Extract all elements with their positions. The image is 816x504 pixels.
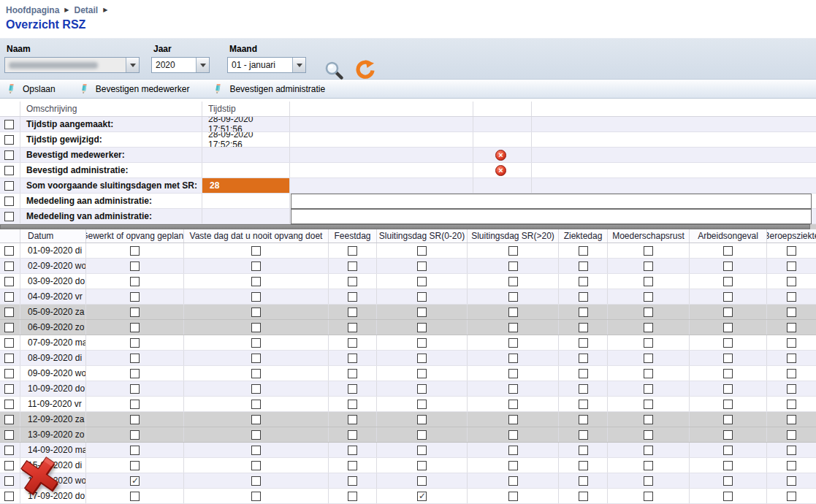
day-checkbox[interactable] [723,246,733,256]
day-checkbox[interactable] [644,430,653,440]
day-checkbox[interactable] [723,415,733,424]
day-checkbox[interactable] [130,261,140,271]
row-select-checkbox[interactable] [4,166,14,175]
day-checkbox[interactable] [348,277,357,286]
day-checkbox[interactable] [417,369,427,378]
day-checkbox[interactable] [787,323,796,332]
day-checkbox[interactable] [251,384,261,394]
day-checkbox[interactable] [508,354,518,363]
day-checkbox[interactable] [251,308,261,317]
day-checkbox[interactable] [787,446,796,455]
bevestigen-administratie-button[interactable]: Bevestigen administratie [213,84,325,94]
day-checkbox[interactable] [508,308,518,317]
day-checkbox[interactable] [251,400,261,409]
jaar-select-dropdown-button[interactable] [196,58,209,72]
row-select-checkbox[interactable] [4,446,14,455]
day-checkbox[interactable] [644,338,653,348]
day-checkbox[interactable] [348,461,357,470]
day-checkbox[interactable] [417,384,427,394]
day-checkbox[interactable] [723,430,733,440]
day-checkbox[interactable] [723,384,733,394]
day-checkbox[interactable] [251,246,261,256]
day-checkbox[interactable] [787,246,796,256]
day-checkbox[interactable] [130,369,140,378]
day-checkbox[interactable] [579,476,588,486]
day-checkbox[interactable] [723,323,733,332]
row-select-checkbox[interactable] [4,196,14,206]
row-select-checkbox[interactable] [4,212,14,221]
search-icon[interactable] [324,60,344,80]
day-checkbox[interactable] [417,354,427,363]
day-checkbox[interactable] [348,354,357,363]
row-select-checkbox[interactable] [4,369,14,378]
day-checkbox[interactable] [251,430,261,440]
day-checkbox[interactable] [787,476,796,486]
day-checkbox[interactable] [723,277,733,286]
day-checkbox[interactable] [644,461,653,470]
bevestigen-medewerker-button[interactable]: Bevestigen medewerker [79,84,190,94]
day-checkbox[interactable] [348,415,357,424]
day-checkbox[interactable] [723,492,733,501]
day-checkbox[interactable] [508,384,518,394]
row-select-checkbox[interactable] [4,120,14,129]
day-checkbox[interactable] [723,400,733,409]
day-checkbox[interactable] [130,430,140,440]
day-checkbox[interactable] [579,323,588,332]
day-checkbox[interactable] [579,384,588,394]
day-checkbox[interactable] [130,415,140,424]
day-checkbox[interactable] [130,277,140,286]
row-select-checkbox[interactable] [4,338,14,348]
day-checkbox[interactable] [251,354,261,363]
day-checkbox[interactable] [644,384,653,394]
row-select-checkbox[interactable] [4,354,14,363]
day-checkbox[interactable] [579,261,588,271]
day-checkbox[interactable] [130,400,140,409]
row-select-checkbox[interactable] [4,476,14,486]
day-checkbox[interactable] [417,261,427,271]
day-checkbox[interactable] [508,476,518,486]
day-checkbox[interactable] [579,292,588,302]
day-checkbox[interactable] [417,323,427,332]
row-select-checkbox[interactable] [4,384,14,394]
row-select-checkbox[interactable] [4,415,14,424]
opslaan-button[interactable]: Opslaan [6,84,56,94]
day-checkbox[interactable] [644,492,653,501]
day-checkbox[interactable] [644,246,653,256]
day-checkbox[interactable] [130,492,140,501]
day-checkbox[interactable] [508,292,518,302]
day-checkbox[interactable] [348,308,357,317]
day-checkbox[interactable] [723,369,733,378]
day-checkbox[interactable] [508,400,518,409]
day-checkbox[interactable] [723,338,733,348]
day-checkbox[interactable] [348,384,357,394]
day-checkbox[interactable] [348,446,357,455]
day-checkbox[interactable] [417,292,427,302]
day-checkbox[interactable] [508,261,518,271]
day-checkbox[interactable] [579,400,588,409]
horizontal-scrollbar-thumb[interactable] [0,224,810,229]
day-checkbox[interactable] [579,430,588,440]
row-select-checkbox[interactable] [4,292,14,302]
day-checkbox[interactable] [644,261,653,271]
row-select-checkbox[interactable] [4,181,14,191]
day-checkbox[interactable] [787,461,796,470]
day-checkbox[interactable] [251,446,261,455]
row-select-checkbox[interactable] [4,400,14,409]
day-checkbox[interactable] [644,369,653,378]
day-checkbox[interactable] [508,415,518,424]
day-checkbox[interactable] [417,246,427,256]
jaar-select[interactable]: 2020 [151,57,210,73]
day-checkbox[interactable] [348,400,357,409]
row-select-checkbox[interactable] [4,430,14,440]
day-checkbox[interactable] [130,461,140,470]
row-select-checkbox[interactable] [4,150,14,160]
day-checkbox[interactable] [787,430,796,440]
day-checkbox[interactable] [348,323,357,332]
row-select-checkbox[interactable] [4,135,14,145]
day-checkbox[interactable] [787,400,796,409]
day-checkbox[interactable] [644,476,653,486]
day-checkbox[interactable] [348,338,357,348]
row-select-checkbox[interactable] [4,246,14,256]
day-checkbox[interactable] [579,369,588,378]
mededeling-input[interactable] [291,194,812,209]
